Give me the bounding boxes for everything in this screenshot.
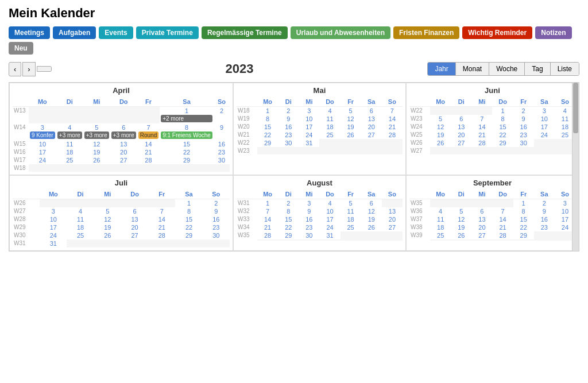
day-cell[interactable]: 15 bbox=[278, 215, 299, 223]
day-cell[interactable]: 10 bbox=[29, 140, 56, 148]
day-cell[interactable]: 12 bbox=[430, 123, 451, 131]
event-chip[interactable]: Round bbox=[138, 131, 158, 139]
view-btn-woche[interactable]: Woche bbox=[489, 63, 525, 75]
scrollbar[interactable] bbox=[572, 83, 579, 251]
category-btn[interactable]: Urlaub und Abwesenheiten bbox=[291, 26, 390, 39]
day-cell[interactable]: 1 bbox=[257, 107, 278, 115]
day-cell[interactable]: 10 bbox=[534, 115, 555, 123]
day-cell[interactable]: 7 bbox=[148, 207, 175, 215]
day-cell[interactable]: 15 bbox=[160, 140, 214, 148]
day-cell[interactable]: 21 bbox=[137, 148, 160, 156]
day-cell[interactable]: 14 bbox=[471, 123, 492, 131]
day-cell[interactable]: 20 bbox=[361, 123, 382, 131]
day-cell[interactable]: 10 bbox=[319, 207, 340, 215]
view-btn-tag[interactable]: Tag bbox=[525, 63, 550, 75]
day-cell[interactable]: 1 bbox=[175, 199, 202, 208]
day-cell[interactable]: 2 bbox=[513, 107, 534, 115]
day-cell[interactable]: 10 bbox=[40, 215, 67, 223]
day-cell[interactable]: 14 bbox=[148, 215, 175, 223]
day-cell[interactable]: 2 bbox=[278, 107, 299, 115]
day-cell[interactable]: 20 bbox=[121, 223, 148, 231]
day-cell[interactable]: 4+3 more bbox=[56, 123, 83, 140]
day-cell[interactable]: 16 bbox=[203, 215, 230, 223]
day-cell[interactable]: 7Round bbox=[137, 123, 160, 140]
day-cell[interactable]: 17 bbox=[40, 223, 67, 231]
day-cell[interactable]: 29 bbox=[257, 139, 278, 147]
day-cell[interactable]: 23 bbox=[299, 223, 319, 231]
day-cell[interactable]: 4 bbox=[67, 207, 94, 215]
day-cell[interactable]: 1+2 more bbox=[160, 107, 214, 124]
day-cell[interactable]: 6 bbox=[361, 199, 382, 208]
day-cell[interactable]: 21 bbox=[148, 223, 175, 231]
event-chip[interactable]: +3 more bbox=[57, 131, 82, 139]
day-cell[interactable]: 9 bbox=[534, 207, 555, 215]
day-cell[interactable]: 31 bbox=[299, 139, 319, 147]
day-cell[interactable]: 20 bbox=[382, 215, 403, 223]
day-cell[interactable]: 9 bbox=[214, 123, 230, 140]
category-btn[interactable]: Wichtig Reminder bbox=[462, 26, 532, 39]
day-cell[interactable]: 25 bbox=[56, 156, 83, 164]
day-cell[interactable]: 3 bbox=[299, 107, 319, 115]
day-cell[interactable]: 11 bbox=[341, 207, 361, 215]
day-cell[interactable]: 22 bbox=[492, 131, 513, 139]
day-cell[interactable]: 30 bbox=[214, 156, 230, 164]
day-cell[interactable]: 4 bbox=[319, 199, 340, 208]
day-cell[interactable]: 13 bbox=[382, 207, 403, 215]
day-cell[interactable]: 30 bbox=[299, 231, 319, 239]
day-cell[interactable]: 21 bbox=[492, 223, 513, 231]
day-cell[interactable]: 5 bbox=[94, 207, 121, 215]
day-cell[interactable]: 16 bbox=[214, 140, 230, 148]
day-cell[interactable]: 39 Konfer bbox=[29, 123, 56, 140]
day-cell[interactable]: 5 bbox=[341, 199, 361, 208]
day-cell[interactable]: 3 bbox=[299, 199, 319, 208]
day-cell[interactable]: 31 bbox=[40, 239, 67, 247]
day-cell[interactable]: 18 bbox=[56, 148, 83, 156]
day-cell[interactable]: 21 bbox=[471, 131, 492, 139]
day-cell[interactable]: 18 bbox=[67, 223, 94, 231]
day-cell[interactable]: 26 bbox=[94, 231, 121, 239]
day-cell[interactable]: 13 bbox=[471, 215, 492, 223]
day-cell[interactable]: 22 bbox=[513, 223, 534, 231]
day-cell[interactable]: 6 bbox=[121, 207, 148, 215]
view-btn-monat[interactable]: Monat bbox=[456, 63, 489, 75]
day-cell[interactable]: 1 bbox=[257, 199, 278, 208]
day-cell[interactable]: 28 bbox=[137, 156, 160, 164]
day-cell[interactable]: 9 bbox=[299, 207, 319, 215]
day-cell[interactable]: 16 bbox=[534, 215, 555, 223]
day-cell[interactable]: 27 bbox=[382, 223, 403, 231]
day-cell[interactable]: 20 bbox=[471, 223, 492, 231]
day-cell[interactable]: 2 bbox=[203, 199, 230, 208]
day-cell[interactable]: 14 bbox=[382, 115, 403, 123]
day-cell[interactable]: 17 bbox=[29, 148, 56, 156]
day-cell[interactable]: 25 bbox=[319, 131, 340, 139]
day-cell[interactable]: 5 bbox=[430, 115, 451, 123]
day-cell[interactable]: 24 bbox=[40, 231, 67, 239]
day-cell[interactable]: 12 bbox=[361, 207, 382, 215]
day-cell[interactable]: 26 bbox=[341, 131, 361, 139]
day-cell[interactable]: 24 bbox=[319, 223, 340, 231]
day-cell[interactable]: 24 bbox=[29, 156, 56, 164]
day-cell[interactable]: 4 bbox=[319, 107, 340, 115]
day-cell[interactable]: 8 bbox=[278, 207, 299, 215]
day-cell[interactable]: 27 bbox=[451, 139, 471, 147]
day-cell[interactable]: 1 bbox=[513, 199, 534, 208]
day-cell[interactable]: 31 bbox=[319, 231, 340, 239]
day-cell[interactable]: 20 bbox=[110, 148, 137, 156]
day-cell[interactable]: 18 bbox=[430, 223, 451, 231]
day-cell[interactable]: 19 bbox=[83, 148, 110, 156]
day-cell[interactable]: 18 bbox=[319, 123, 340, 131]
event-chip[interactable]: +3 more bbox=[111, 131, 136, 139]
day-cell[interactable]: 23 bbox=[214, 148, 230, 156]
day-cell[interactable]: 24 bbox=[534, 131, 555, 139]
day-cell[interactable]: 19 bbox=[94, 223, 121, 231]
category-btn[interactable]: Meetings bbox=[9, 26, 50, 39]
day-cell[interactable]: 12 bbox=[83, 140, 110, 148]
day-cell[interactable]: 29 bbox=[160, 156, 214, 164]
day-cell[interactable]: 22 bbox=[278, 223, 299, 231]
day-cell[interactable]: 23 bbox=[203, 223, 230, 231]
day-cell[interactable]: 14 bbox=[257, 215, 278, 223]
day-cell[interactable]: 26 bbox=[451, 231, 471, 239]
event-chip[interactable]: +2 more bbox=[161, 115, 212, 122]
day-cell[interactable]: 20 bbox=[451, 131, 471, 139]
day-cell[interactable]: 29 bbox=[492, 139, 513, 147]
